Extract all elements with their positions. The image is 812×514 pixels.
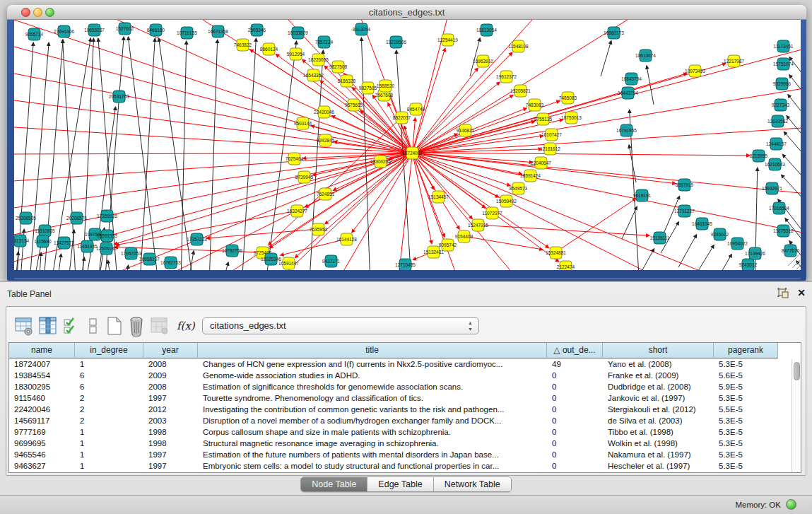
graph-node[interactable]: 10653287 [84, 24, 105, 36]
tab-edge-table[interactable]: Edge Table [367, 477, 433, 491]
graph-node[interactable]: 16210643 [765, 158, 785, 170]
table-cell[interactable]: 5.6E-5 [714, 370, 778, 381]
vertical-scrollbar[interactable] [792, 359, 801, 472]
column-header-year[interactable]: year [143, 343, 198, 358]
table-cell[interactable]: 0 [547, 381, 603, 392]
table-cell[interactable]: Investigating the contribution of common… [198, 404, 547, 415]
graph-node[interactable]: 9329966 [773, 78, 792, 90]
graph-node[interactable]: 7485083 [559, 92, 577, 104]
table-cell[interactable]: Tibbo et al. (1998) [603, 426, 714, 438]
graph-node[interactable]: 17016504 [769, 202, 789, 214]
graph-node[interactable]: 11173451 [774, 40, 794, 52]
graph-node[interactable]: 15751074 [773, 58, 794, 70]
graph-node[interactable]: 18300295 [370, 156, 391, 168]
graph-node[interactable]: 7857224 [315, 36, 334, 48]
table-cell[interactable]: 2 [75, 404, 143, 415]
graph-node[interactable]: 9503144 [294, 117, 312, 129]
table-cell[interactable]: Estimation of the future numbers of pati… [198, 449, 547, 460]
table-cell[interactable]: Dudbridge et al. (2008) [603, 381, 714, 392]
graph-node[interactable]: 17957253 [121, 247, 141, 259]
graph-node[interactable]: 18753013 [561, 112, 582, 124]
table-row[interactable]: 977716911998Corpus callosum shape and si… [9, 426, 778, 438]
graph-node[interactable]: 9245012 [711, 228, 729, 240]
tab-node-table[interactable]: Node Table [301, 477, 367, 491]
graph-node[interactable]: 25206505 [16, 212, 36, 224]
select-columns-icon[interactable] [62, 315, 82, 337]
graph-node[interactable]: 9227343 [772, 99, 790, 111]
graph-node[interactable]: 20531703 [109, 90, 129, 103]
float-panel-icon[interactable] [777, 288, 790, 299]
table-row[interactable]: 1456911722003Disruption of a novel membe… [9, 415, 778, 426]
graph-node[interactable]: 15932971 [762, 182, 782, 194]
graph-node[interactable]: 18226055 [308, 54, 329, 66]
table-cell[interactable]: Genome-wide association studies in ADHD. [198, 370, 547, 381]
graph-node[interactable]: 2122474 [557, 261, 575, 270]
graph-node[interactable]: 1115680 [34, 235, 52, 247]
table-cell[interactable]: 14569117 [9, 415, 75, 426]
table-cell[interactable]: 1998 [143, 426, 198, 438]
table-cell[interactable]: 2 [75, 392, 143, 404]
graph-node[interactable]: 27691406 [54, 25, 74, 37]
table-cell[interactable]: 2003 [143, 415, 198, 426]
table-cell[interactable]: 1 [75, 438, 143, 449]
table-cell[interactable]: 1997 [143, 449, 198, 460]
network-canvas[interactable]: 1872400774638228660124591295418226055982… [14, 20, 801, 270]
table-cell[interactable]: 5.3E-5 [714, 460, 778, 472]
graph-node[interactable]: 7625464 [286, 153, 304, 165]
graph-node[interactable]: 10954022 [727, 238, 748, 250]
table-cell[interactable]: 18300295 [9, 381, 75, 392]
graph-node[interactable]: 8215955 [750, 150, 768, 162]
graph-node[interactable]: 16860173 [604, 27, 624, 39]
column-header-in_degree[interactable]: in_degree [75, 343, 143, 358]
table-cell[interactable]: Changes of HCN gene expression and I(f) … [198, 358, 547, 370]
table-cell[interactable]: 0 [547, 449, 603, 460]
table-settings-icon[interactable] [14, 315, 34, 337]
new-document-icon[interactable] [105, 315, 124, 337]
graph-node[interactable]: 9242845 [317, 134, 335, 146]
table-cell[interactable]: 1 [75, 426, 143, 438]
table-cell[interactable]: 5.9E-5 [714, 381, 778, 392]
graph-node[interactable]: 17139426 [745, 247, 765, 259]
graph-node[interactable]: 16791955 [616, 124, 637, 136]
graph-node[interactable]: 9827505 [359, 82, 377, 94]
column-header-pagerank[interactable]: pagerank [714, 343, 778, 358]
table-cell[interactable]: Jankovic et al. (1997) [603, 392, 714, 404]
table-cell[interactable]: Nakamura et al. (1997) [603, 449, 714, 460]
table-row[interactable]: 1830029562008Estimation of significance … [9, 381, 778, 392]
network-table-selector[interactable]: citations_edges.txt ▲▼ [202, 317, 479, 334]
graph-node[interactable]: 9619191 [633, 189, 652, 201]
graph-node[interactable]: 18813054 [476, 24, 497, 36]
show-column-icon[interactable] [38, 315, 58, 337]
table-cell[interactable]: Corpus callosum shape and size in male p… [198, 426, 547, 438]
graph-node[interactable]: 11675312 [773, 225, 794, 237]
table-cell[interactable]: 0 [547, 392, 603, 404]
table-cell[interactable]: 1 [75, 358, 143, 370]
column-header-out_de[interactable]: △ out_de... [547, 343, 603, 358]
table-cell[interactable]: 2009 [143, 370, 198, 381]
table-row[interactable]: 2242004622012Investigating the contribut… [9, 404, 778, 415]
graph-node[interactable]: 7624851 [317, 188, 335, 200]
table-cell[interactable]: 0 [547, 438, 603, 449]
graph-node[interactable]: 9243012 [739, 259, 758, 270]
graph-node[interactable]: 8186328 [338, 75, 356, 87]
table-cell[interactable]: 6 [75, 381, 143, 392]
network-window-titlebar[interactable]: citations_edges.txt [7, 5, 806, 20]
table-cell[interactable]: 9463627 [9, 460, 75, 472]
graph-node[interactable]: 8477670 [782, 245, 800, 257]
graph-node[interactable]: 16461045 [692, 218, 712, 230]
graph-node[interactable]: 16782753 [160, 257, 181, 269]
graph-node[interactable]: 16033809 [288, 27, 308, 39]
graph-node[interactable]: 16963910 [473, 55, 493, 67]
graph-node[interactable]: 16671358 [208, 25, 228, 37]
table-cell[interactable]: 19384554 [9, 370, 75, 381]
table-cell[interactable]: Franke et al. (2009) [603, 370, 714, 381]
table-cell[interactable]: 5.3E-5 [714, 392, 778, 404]
graph-node[interactable]: 16543362 [303, 69, 324, 81]
graph-node[interactable]: 19218506 [386, 36, 406, 48]
table-cell[interactable]: 9465546 [9, 449, 75, 460]
graph-node[interactable]: 8813054 [353, 23, 371, 35]
graph-node[interactable]: 8522037 [393, 112, 411, 124]
graph-node[interactable]: 15132481 [423, 246, 444, 258]
graph-node[interactable]: 18591424 [520, 170, 541, 182]
table-cell[interactable]: 5.3E-5 [714, 358, 778, 370]
